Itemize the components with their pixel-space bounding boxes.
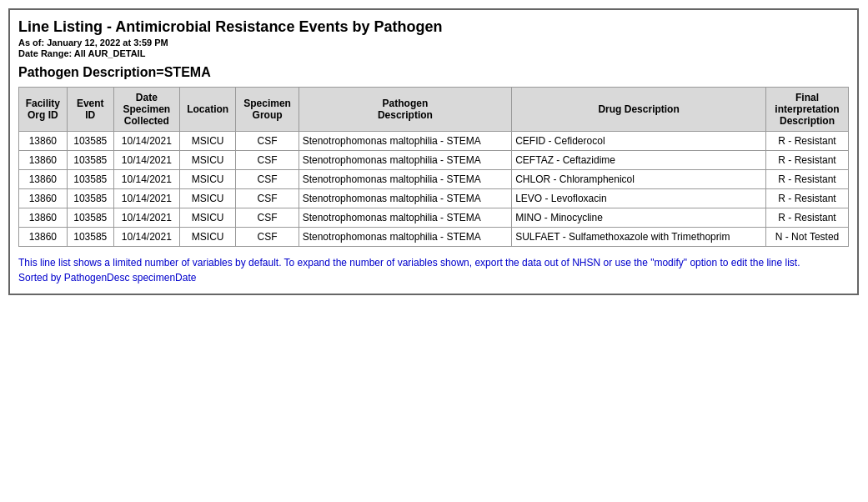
footer-note: This line list shows a limited number of… (18, 255, 849, 285)
col-header-location: Location (179, 88, 236, 132)
report-container: Line Listing - Antimicrobial Resistance … (8, 8, 859, 295)
table-row: 1386010358510/14/2021MSICUCSFStenotropho… (19, 132, 849, 151)
data-table: FacilityOrg ID EventID DateSpecimenColle… (18, 87, 849, 247)
footer-sorted-by: Sorted by PathogenDesc specimenDate (18, 272, 196, 284)
filter-heading: Pathogen Description=STEMA (18, 65, 849, 80)
report-date-range: Date Range: All AUR_DETAIL (18, 48, 849, 58)
footer-note-text: This line list shows a limited number of… (18, 257, 800, 269)
report-title: Line Listing - Antimicrobial Resistance … (18, 18, 849, 36)
col-header-specimen-group: SpecimenGroup (236, 88, 299, 132)
col-header-final-interpretation: FinalinterpretationDescription (766, 88, 849, 132)
report-as-of: As of: January 12, 2022 at 3:59 PM (18, 38, 849, 48)
table-row: 1386010358510/14/2021MSICUCSFStenotropho… (19, 170, 849, 189)
table-row: 1386010358510/14/2021MSICUCSFStenotropho… (19, 189, 849, 208)
col-header-date-collected: DateSpecimenCollected (113, 88, 179, 132)
table-header-row: FacilityOrg ID EventID DateSpecimenColle… (19, 88, 849, 132)
col-header-drug-description: Drug Description (512, 88, 766, 132)
col-header-pathogen-description: PathogenDescription (299, 88, 512, 132)
table-row: 1386010358510/14/2021MSICUCSFStenotropho… (19, 228, 849, 247)
table-row: 1386010358510/14/2021MSICUCSFStenotropho… (19, 208, 849, 228)
col-header-facility-org-id: FacilityOrg ID (19, 88, 68, 132)
table-row: 1386010358510/14/2021MSICUCSFStenotropho… (19, 151, 849, 170)
col-header-event-id: EventID (67, 88, 113, 132)
